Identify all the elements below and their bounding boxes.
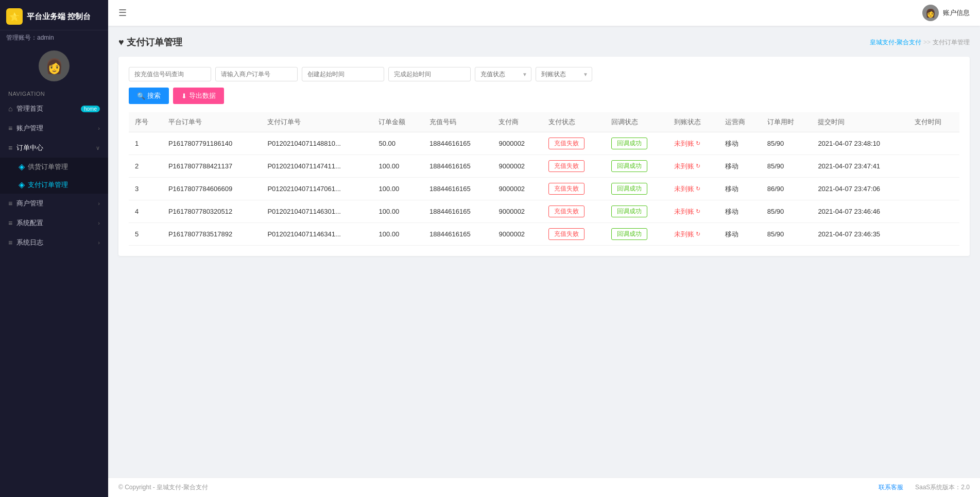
recharge-code-input[interactable] [129,67,211,81]
table-row[interactable]: 2 P1617807788421137 P01202104071147411..… [129,155,959,178]
cell-provider: 9000002 [492,178,542,200]
cell-submit-time: 2021-04-07 23:47:06 [812,178,908,200]
cell-carrier: 移动 [719,200,761,223]
cell-amount: 100.00 [372,223,423,246]
account-icon: ≡ [8,124,12,132]
col-submit-time: 提交时间 [812,112,908,132]
merchant-chevron: › [98,200,100,207]
complete-start-input[interactable] [388,67,471,81]
supply-dot: ◈ [19,162,25,172]
page-title: ♥ 支付订单管理 [118,36,182,48]
cell-id: 4 [129,200,162,223]
cell-recharge-code: 18844616165 [423,178,492,200]
sidebar-item-order[interactable]: ≡ 订单中心 ∨ [0,138,108,158]
table-row[interactable]: 5 P1617807783517892 P01202104071146341..… [129,223,959,246]
footer-copyright: © Copyright - 皇城支付-聚合支付 [118,483,208,492]
cell-carrier: 移动 [719,132,761,155]
topbar-username[interactable]: 账户信息 [943,8,970,18]
sidebar-item-order-label: 订单中心 [16,143,43,152]
breadcrumb-separator: >> [923,39,931,46]
avatar: 👩 [39,50,70,81]
cell-id: 2 [129,155,162,178]
col-recharge-code: 充值号码 [423,112,492,132]
footer-version: SaaS系统版本：2.0 [915,484,970,491]
cell-order-time: 85/90 [761,132,812,155]
cell-payment-time [908,200,959,223]
col-callback-status: 回调状态 [605,112,668,132]
search-button[interactable]: 🔍 搜索 [129,88,169,104]
admin-label: 管理账号：admin [0,30,108,44]
col-carrier: 运营商 [719,112,761,132]
content-area: ♥ 支付订单管理 皇城支付-聚合支付 >> 支付订单管理 充值状态 ▼ [108,26,980,477]
cell-callback-status: 回调成功 [605,132,668,155]
cell-callback-status: 回调成功 [605,155,668,178]
cell-id: 3 [129,178,162,200]
sidebar: 🌟 平台业务端 控制台 管理账号：admin 👩 Navigation ⌂ 管理… [0,0,108,497]
payment-dot: ◈ [19,180,25,190]
breadcrumb-link[interactable]: 皇城支付-聚合支付 [870,38,921,47]
order-submenu: ◈ 供货订单管理 ◈ 支付订单管理 [0,158,108,194]
cell-arrival-status: 未到账 ↻ [668,132,719,155]
sidebar-item-sysconfig-label: 系统配置 [16,218,43,228]
sidebar-item-merchant-label: 商户管理 [16,199,43,208]
page-title-text: ♥ 支付订单管理 [118,36,182,48]
col-platform-order: 平台订单号 [162,112,262,132]
table-row[interactable]: 1 P1617807791186140 P01202104071148810..… [129,132,959,155]
sidebar-subitem-payment-label: 支付订单管理 [28,180,68,190]
cell-platform-order: P1617807788421137 [162,155,262,178]
sidebar-subitem-supply-label: 供货订单管理 [28,162,68,172]
cell-payment-order: P01202104071146341... [261,223,372,246]
topbar-left: ☰ [118,7,127,19]
cell-order-time: 85/90 [761,200,812,223]
home-icon: ⌂ [8,105,12,113]
table-row[interactable]: 3 P1617807784606609 P01202104071147061..… [129,178,959,200]
table-row[interactable]: 4 P1617807780320512 P01202104071146301..… [129,200,959,223]
sidebar-item-home[interactable]: ⌂ 管理首页 home [0,99,108,118]
recharge-status-select[interactable]: 充值状态 [475,67,531,81]
cell-platform-order: P1617807780320512 [162,200,262,223]
footer: © Copyright - 皇城支付-聚合支付 联系客服 SaaS系统版本：2.… [108,477,980,497]
col-amount: 订单金额 [372,112,423,132]
cell-submit-time: 2021-04-07 23:47:41 [812,155,908,178]
sidebar-item-supply[interactable]: ◈ 供货订单管理 [0,158,108,176]
col-provider: 支付商 [492,112,542,132]
cell-provider: 9000002 [492,155,542,178]
menu-toggle-button[interactable]: ☰ [118,7,127,19]
recharge-status-wrapper: 充值状态 ▼ [475,67,531,81]
syslog-chevron: › [98,239,100,246]
cell-arrival-status: 未到账 ↻ [668,178,719,200]
order-icon: ≡ [8,144,12,152]
action-buttons: 🔍 搜索 ⬇ 导出数据 [129,88,959,104]
col-arrival-status: 到账状态 [668,112,719,132]
cell-provider: 9000002 [492,200,542,223]
syslog-icon: ≡ [8,238,12,247]
cell-platform-order: P1617807791186140 [162,132,262,155]
cell-arrival-status: 未到账 ↻ [668,223,719,246]
page-header: ♥ 支付订单管理 皇城支付-聚合支付 >> 支付订单管理 [118,36,970,48]
search-icon: 🔍 [137,92,145,100]
topbar-avatar: 👩 [922,5,939,21]
sidebar-item-account-label: 账户管理 [16,124,43,133]
cell-order-time: 85/90 [761,223,812,246]
create-start-input[interactable] [302,67,384,81]
export-button[interactable]: ⬇ 导出数据 [173,88,224,104]
cell-order-time: 86/90 [761,178,812,200]
sidebar-item-account[interactable]: ≡ 账户管理 › [0,118,108,138]
topbar: ☰ 👩 账户信息 [108,0,980,26]
sidebar-item-sysconfig[interactable]: ≡ 系统配置 › [0,213,108,233]
sidebar-item-payment[interactable]: ◈ 支付订单管理 [0,176,108,194]
cell-amount: 100.00 [372,155,423,178]
cell-submit-time: 2021-04-07 23:46:35 [812,223,908,246]
breadcrumb: 皇城支付-聚合支付 >> 支付订单管理 [870,38,970,47]
cell-payment-status: 充值失败 [542,132,605,155]
sidebar-item-syslog[interactable]: ≡ 系统日志 › [0,233,108,252]
app-title: 平台业务端 控制台 [27,12,91,22]
merchant-order-input[interactable] [215,67,298,81]
cell-recharge-code: 18844616165 [423,223,492,246]
home-badge: home [81,106,100,112]
footer-contact[interactable]: 联系客服 [879,484,903,491]
cell-carrier: 移动 [719,155,761,178]
sidebar-item-merchant[interactable]: ≡ 商户管理 › [0,194,108,213]
arrival-status-select[interactable]: 到账状态 [536,67,592,81]
cell-payment-status: 充值失败 [542,178,605,200]
